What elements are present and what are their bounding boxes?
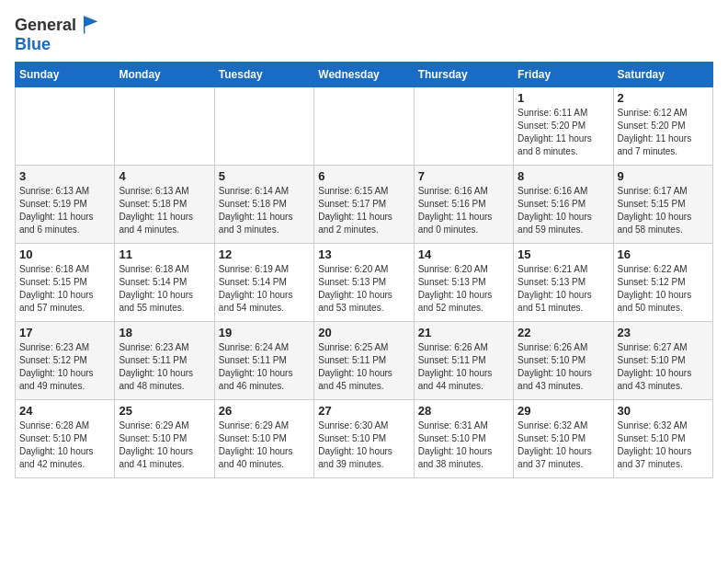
header-row: SundayMondayTuesdayWednesdayThursdayFrid…: [16, 63, 713, 87]
day-number: 28: [418, 404, 509, 418]
day-info: Sunrise: 6:20 AM Sunset: 5:13 PM Dayligh…: [318, 263, 409, 315]
day-number: 16: [618, 247, 709, 261]
calendar-cell: 15Sunrise: 6:21 AM Sunset: 5:13 PM Dayli…: [514, 244, 613, 322]
day-number: 27: [318, 404, 409, 418]
calendar-cell: [414, 87, 513, 166]
day-info: Sunrise: 6:14 AM Sunset: 5:18 PM Dayligh…: [219, 185, 310, 236]
day-number: 8: [518, 169, 609, 183]
day-number: 10: [19, 247, 110, 261]
day-info: Sunrise: 6:23 AM Sunset: 5:11 PM Dayligh…: [119, 341, 210, 393]
day-number: 24: [19, 404, 110, 418]
calendar-cell: [16, 87, 115, 166]
calendar-cell: 3Sunrise: 6:13 AM Sunset: 5:19 PM Daylig…: [16, 166, 115, 244]
day-number: 26: [219, 404, 310, 418]
calendar-cell: 27Sunrise: 6:30 AM Sunset: 5:10 PM Dayli…: [314, 400, 414, 478]
header-day: Sunday: [16, 63, 115, 87]
day-info: Sunrise: 6:16 AM Sunset: 5:16 PM Dayligh…: [518, 185, 609, 236]
calendar-cell: 4Sunrise: 6:13 AM Sunset: 5:18 PM Daylig…: [115, 166, 214, 244]
calendar-cell: 17Sunrise: 6:23 AM Sunset: 5:12 PM Dayli…: [16, 322, 115, 400]
day-number: 20: [318, 326, 409, 339]
day-info: Sunrise: 6:13 AM Sunset: 5:18 PM Dayligh…: [119, 185, 210, 236]
day-info: Sunrise: 6:12 AM Sunset: 5:20 PM Dayligh…: [618, 107, 709, 158]
day-number: 29: [518, 404, 609, 418]
calendar-cell: [115, 87, 214, 166]
day-info: Sunrise: 6:23 AM Sunset: 5:12 PM Dayligh…: [19, 341, 110, 393]
day-number: 2: [618, 91, 709, 105]
calendar-cell: 23Sunrise: 6:27 AM Sunset: 5:10 PM Dayli…: [613, 322, 712, 400]
calendar-cell: 25Sunrise: 6:29 AM Sunset: 5:10 PM Dayli…: [115, 400, 214, 478]
day-info: Sunrise: 6:17 AM Sunset: 5:15 PM Dayligh…: [618, 185, 709, 236]
calendar-cell: 30Sunrise: 6:32 AM Sunset: 5:10 PM Dayli…: [613, 400, 712, 478]
day-number: 7: [418, 169, 509, 183]
day-info: Sunrise: 6:30 AM Sunset: 5:10 PM Dayligh…: [318, 419, 409, 471]
logo-icon: [81, 15, 101, 35]
calendar-cell: 13Sunrise: 6:20 AM Sunset: 5:13 PM Dayli…: [314, 244, 414, 322]
calendar-cell: 6Sunrise: 6:15 AM Sunset: 5:17 PM Daylig…: [314, 166, 414, 244]
calendar-week-row: 3Sunrise: 6:13 AM Sunset: 5:19 PM Daylig…: [16, 166, 713, 244]
calendar-week-row: 17Sunrise: 6:23 AM Sunset: 5:12 PM Dayli…: [16, 322, 713, 400]
day-info: Sunrise: 6:21 AM Sunset: 5:13 PM Dayligh…: [518, 263, 609, 315]
calendar-cell: 9Sunrise: 6:17 AM Sunset: 5:15 PM Daylig…: [613, 166, 712, 244]
calendar-cell: 14Sunrise: 6:20 AM Sunset: 5:13 PM Dayli…: [414, 244, 513, 322]
calendar-cell: 20Sunrise: 6:25 AM Sunset: 5:11 PM Dayli…: [314, 322, 414, 400]
calendar-cell: 16Sunrise: 6:22 AM Sunset: 5:12 PM Dayli…: [613, 244, 712, 322]
day-number: 17: [19, 326, 110, 339]
day-number: 11: [119, 247, 210, 261]
day-info: Sunrise: 6:22 AM Sunset: 5:12 PM Dayligh…: [618, 263, 709, 315]
day-number: 12: [219, 247, 310, 261]
day-number: 23: [618, 326, 709, 339]
day-number: 25: [119, 404, 210, 418]
day-info: Sunrise: 6:32 AM Sunset: 5:10 PM Dayligh…: [518, 419, 609, 471]
day-info: Sunrise: 6:24 AM Sunset: 5:11 PM Dayligh…: [219, 341, 310, 393]
day-info: Sunrise: 6:28 AM Sunset: 5:10 PM Dayligh…: [19, 419, 110, 471]
header-day: Wednesday: [314, 63, 414, 87]
day-info: Sunrise: 6:27 AM Sunset: 5:10 PM Dayligh…: [618, 341, 709, 393]
day-info: Sunrise: 6:19 AM Sunset: 5:14 PM Dayligh…: [219, 263, 310, 315]
header-day: Thursday: [414, 63, 513, 87]
day-number: 15: [518, 247, 609, 261]
day-info: Sunrise: 6:20 AM Sunset: 5:13 PM Dayligh…: [418, 263, 509, 315]
day-info: Sunrise: 6:13 AM Sunset: 5:19 PM Dayligh…: [19, 185, 110, 236]
calendar-cell: 11Sunrise: 6:18 AM Sunset: 5:14 PM Dayli…: [115, 244, 214, 322]
header-day: Saturday: [613, 63, 712, 87]
calendar-cell: 8Sunrise: 6:16 AM Sunset: 5:16 PM Daylig…: [514, 166, 613, 244]
calendar-cell: 12Sunrise: 6:19 AM Sunset: 5:14 PM Dayli…: [214, 244, 313, 322]
svg-marker-0: [85, 16, 98, 27]
calendar-cell: 28Sunrise: 6:31 AM Sunset: 5:10 PM Dayli…: [414, 400, 513, 478]
day-info: Sunrise: 6:32 AM Sunset: 5:10 PM Dayligh…: [618, 419, 709, 471]
day-number: 14: [418, 247, 509, 261]
header-day: Monday: [115, 63, 214, 87]
calendar-cell: 2Sunrise: 6:12 AM Sunset: 5:20 PM Daylig…: [613, 87, 712, 166]
day-info: Sunrise: 6:29 AM Sunset: 5:10 PM Dayligh…: [119, 419, 210, 471]
day-info: Sunrise: 6:29 AM Sunset: 5:10 PM Dayligh…: [219, 419, 310, 471]
logo-blue: Blue: [15, 35, 51, 54]
day-number: 1: [518, 91, 609, 105]
calendar-cell: 29Sunrise: 6:32 AM Sunset: 5:10 PM Dayli…: [514, 400, 613, 478]
calendar-week-row: 10Sunrise: 6:18 AM Sunset: 5:15 PM Dayli…: [16, 244, 713, 322]
calendar-week-row: 1Sunrise: 6:11 AM Sunset: 5:20 PM Daylig…: [16, 87, 713, 166]
calendar-cell: 10Sunrise: 6:18 AM Sunset: 5:15 PM Dayli…: [16, 244, 115, 322]
day-info: Sunrise: 6:26 AM Sunset: 5:10 PM Dayligh…: [518, 341, 609, 393]
day-info: Sunrise: 6:15 AM Sunset: 5:17 PM Dayligh…: [318, 185, 409, 236]
calendar-cell: 21Sunrise: 6:26 AM Sunset: 5:11 PM Dayli…: [414, 322, 513, 400]
calendar-table: SundayMondayTuesdayWednesdayThursdayFrid…: [15, 62, 713, 478]
day-number: 3: [19, 169, 110, 183]
day-number: 30: [618, 404, 709, 418]
calendar-cell: 5Sunrise: 6:14 AM Sunset: 5:18 PM Daylig…: [214, 166, 313, 244]
logo-general: General: [15, 16, 76, 35]
header: GeneralBlue: [15, 15, 713, 54]
calendar-cell: 7Sunrise: 6:16 AM Sunset: 5:16 PM Daylig…: [414, 166, 513, 244]
header-day: Tuesday: [214, 63, 313, 87]
calendar-cell: 26Sunrise: 6:29 AM Sunset: 5:10 PM Dayli…: [214, 400, 313, 478]
day-info: Sunrise: 6:26 AM Sunset: 5:11 PM Dayligh…: [418, 341, 509, 393]
day-number: 9: [618, 169, 709, 183]
calendar-cell: 24Sunrise: 6:28 AM Sunset: 5:10 PM Dayli…: [16, 400, 115, 478]
day-info: Sunrise: 6:16 AM Sunset: 5:16 PM Dayligh…: [418, 185, 509, 236]
calendar-cell: 19Sunrise: 6:24 AM Sunset: 5:11 PM Dayli…: [214, 322, 313, 400]
day-number: 4: [119, 169, 210, 183]
day-info: Sunrise: 6:11 AM Sunset: 5:20 PM Dayligh…: [518, 107, 609, 158]
day-number: 19: [219, 326, 310, 339]
day-info: Sunrise: 6:31 AM Sunset: 5:10 PM Dayligh…: [418, 419, 509, 471]
day-number: 13: [318, 247, 409, 261]
calendar-cell: 22Sunrise: 6:26 AM Sunset: 5:10 PM Dayli…: [514, 322, 613, 400]
